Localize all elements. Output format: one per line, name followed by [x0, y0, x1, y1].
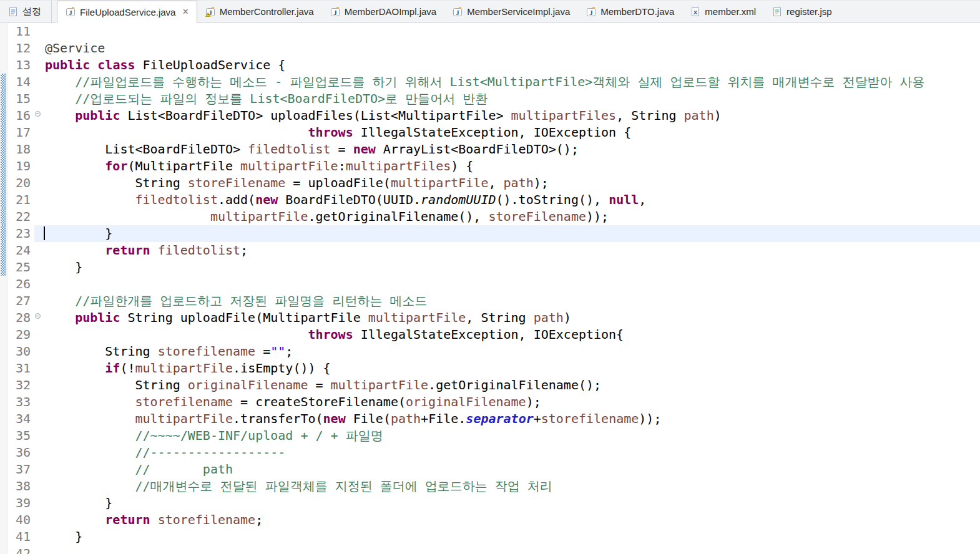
code-line[interactable]: 24 return filedtolist;	[0, 242, 980, 259]
code-line[interactable]: 35 //~~~~/WEB-INF/upload + / + 파일명	[0, 427, 980, 444]
code-line[interactable]: 26	[0, 276, 980, 293]
code-text[interactable]: }	[43, 259, 980, 276]
line-number: 33	[7, 394, 34, 411]
line-number: 40	[7, 512, 34, 528]
text-cursor	[44, 226, 45, 240]
code-text[interactable]: public String uploadFile(MultipartFile m…	[43, 309, 980, 326]
code-line[interactable]: 21 filedtolist.add(new BoardFileDTO(UUID…	[0, 192, 980, 208]
code-token: storefilename	[541, 411, 639, 426]
annotation-ruler	[0, 175, 7, 192]
code-text[interactable]: public List<BoardFileDTO> uploadFiles(Li…	[43, 107, 980, 124]
code-line[interactable]: 36 //------------------	[0, 444, 980, 461]
code-text[interactable]: return filedtolist;	[43, 242, 980, 259]
code-line[interactable]: 32 String originalFilename = multipartFi…	[0, 377, 980, 394]
code-line[interactable]: 29 throws IllegalStateException, IOExcep…	[0, 326, 980, 343]
code-line[interactable]: 13public class FileUploadService {	[0, 57, 980, 74]
tab-label: MemberDAOImpl.java	[345, 6, 437, 17]
code-text[interactable]: for(MultipartFile multipartFile:multipar…	[43, 158, 980, 175]
code-line[interactable]: 30 String storefilename ="";	[0, 343, 980, 360]
code-text[interactable]: String storeFilename = uploadFile(multip…	[43, 175, 980, 192]
tab-fileuploadservice-java[interactable]: JFileUploadService.java×	[57, 1, 197, 23]
code-line[interactable]: 16 public List<BoardFileDTO> uploadFiles…	[0, 107, 980, 124]
fold-collapse-icon[interactable]	[35, 313, 41, 319]
fold-column	[34, 343, 43, 360]
code-token	[45, 192, 135, 207]
code-line[interactable]: 38 //매개변수로 전달된 파일객체를 지정된 폴더에 업로드하는 작업 처리	[0, 478, 980, 495]
code-text[interactable]: return storefilename;	[43, 512, 980, 528]
code-text[interactable]: throws IllegalStateException, IOExceptio…	[43, 124, 980, 141]
code-line[interactable]: 22 multipartFile.getOriginalFilename(), …	[0, 208, 980, 225]
code-token: ().toString(),	[496, 192, 609, 207]
code-line[interactable]: 23 }	[0, 225, 980, 242]
code-text[interactable]: List<BoardFileDTO> filedtolist = new Arr…	[43, 141, 980, 158]
code-editor[interactable]: 1112@Service13public class FileUploadSer…	[0, 23, 980, 554]
code-text[interactable]	[43, 545, 980, 554]
fold-collapse-icon[interactable]	[35, 111, 41, 117]
quickdiff-changed-marker	[1, 74, 6, 90]
code-text[interactable]: // path	[43, 461, 980, 478]
code-line[interactable]: 14 //파일업로드를 수행하는 메소드 - 파일업로드를 하기 위해서 Lis…	[0, 74, 980, 90]
code-text[interactable]	[43, 23, 980, 40]
code-text[interactable]	[43, 276, 980, 293]
code-token: :	[338, 158, 346, 173]
code-line[interactable]: 27 //파일한개를 업로드하고 저장된 파일명을 리턴하는 메소드	[0, 293, 980, 309]
code-line[interactable]: 20 String storeFilename = uploadFile(mul…	[0, 175, 980, 192]
code-text[interactable]: }	[43, 528, 980, 545]
tab-label: 설정	[22, 6, 41, 17]
code-text[interactable]: String storefilename ="";	[43, 343, 980, 360]
code-text[interactable]: storefilename = createStoreFilename(orig…	[43, 394, 980, 411]
code-text[interactable]: if(!multipartFile.isEmpty()) {	[43, 360, 980, 377]
quickdiff-changed-marker	[1, 225, 6, 242]
code-text[interactable]: multipartFile.transferTo(new File(path+F…	[43, 411, 980, 427]
tab-close-icon[interactable]: ×	[182, 7, 188, 17]
tab-memberdto-java[interactable]: JMemberDTO.java	[578, 1, 682, 22]
annotation-ruler	[0, 478, 7, 495]
code-text[interactable]: public class FileUploadService {	[43, 57, 980, 74]
code-text[interactable]: //업로드되는 파일의 정보를 List<BoardFileDTO>로 만들어서…	[43, 90, 980, 107]
code-text[interactable]: //~~~~/WEB-INF/upload + / + 파일명	[43, 427, 980, 444]
code-line[interactable]: 40 return storefilename;	[0, 512, 980, 528]
line-number: 16	[7, 107, 34, 124]
code-token: )	[714, 108, 722, 123]
tab-label: member.xml	[705, 6, 756, 17]
code-token: path	[684, 108, 714, 123]
code-token: throws	[308, 327, 353, 342]
annotation-ruler	[0, 293, 7, 309]
code-line[interactable]: 41 }	[0, 528, 980, 545]
code-line[interactable]: 25 }	[0, 259, 980, 276]
code-text[interactable]: }	[43, 225, 980, 242]
code-text[interactable]: //------------------	[43, 444, 980, 461]
code-line[interactable]: 11	[0, 23, 980, 40]
code-text[interactable]: //매개변수로 전달된 파일객체를 지정된 폴더에 업로드하는 작업 처리	[43, 478, 980, 495]
code-text[interactable]: String originalFilename = multipartFile.…	[43, 377, 980, 394]
code-line[interactable]: 37 // path	[0, 461, 980, 478]
code-text[interactable]: filedtolist.add(new BoardFileDTO(UUID.ra…	[43, 192, 980, 208]
code-line[interactable]: 17 throws IllegalStateException, IOExcep…	[0, 124, 980, 141]
code-line[interactable]: 42	[0, 545, 980, 554]
code-line[interactable]: 39 }	[0, 495, 980, 512]
code-line[interactable]: 34 multipartFile.transferTo(new File(pat…	[0, 411, 980, 427]
tab-member-xml[interactable]: Xmember.xml	[682, 1, 764, 22]
code-line[interactable]: 28 public String uploadFile(MultipartFil…	[0, 309, 980, 326]
code-token: public	[45, 57, 90, 72]
code-line[interactable]: 15 //업로드되는 파일의 정보를 List<BoardFileDTO>로 만…	[0, 90, 980, 107]
tab-memberdaoimpl-java[interactable]: JMemberDAOImpl.java	[322, 1, 445, 22]
code-token: null	[609, 192, 639, 207]
code-text[interactable]: }	[43, 495, 980, 512]
tab-membercontroller-java[interactable]: JMemberController.java	[197, 1, 322, 22]
annotation-ruler	[0, 411, 7, 427]
code-text[interactable]: throws IllegalStateException, IOExceptio…	[43, 326, 980, 343]
code-line[interactable]: 33 storefilename = createStoreFilename(o…	[0, 394, 980, 411]
code-text[interactable]: multipartFile.getOriginalFilename(), sto…	[43, 208, 980, 225]
tab-memberserviceimpl-java[interactable]: JMemberServiceImpl.java	[444, 1, 578, 22]
code-line[interactable]: 19 for(MultipartFile multipartFile:multi…	[0, 158, 980, 175]
code-text[interactable]: //파일업로드를 수행하는 메소드 - 파일업로드를 하기 위해서 List<M…	[43, 74, 980, 90]
code-text[interactable]: @Service	[43, 40, 980, 57]
code-line[interactable]: 31 if(!multipartFile.isEmpty()) {	[0, 360, 980, 377]
tab-register-jsp[interactable]: register.jsp	[764, 1, 840, 22]
tab-설정[interactable]: 설정	[0, 1, 52, 22]
code-line[interactable]: 18 List<BoardFileDTO> filedtolist = new …	[0, 141, 980, 158]
annotation-ruler	[0, 512, 7, 528]
code-line[interactable]: 12@Service	[0, 40, 980, 57]
code-text[interactable]: //파일한개를 업로드하고 저장된 파일명을 리턴하는 메소드	[43, 293, 980, 309]
